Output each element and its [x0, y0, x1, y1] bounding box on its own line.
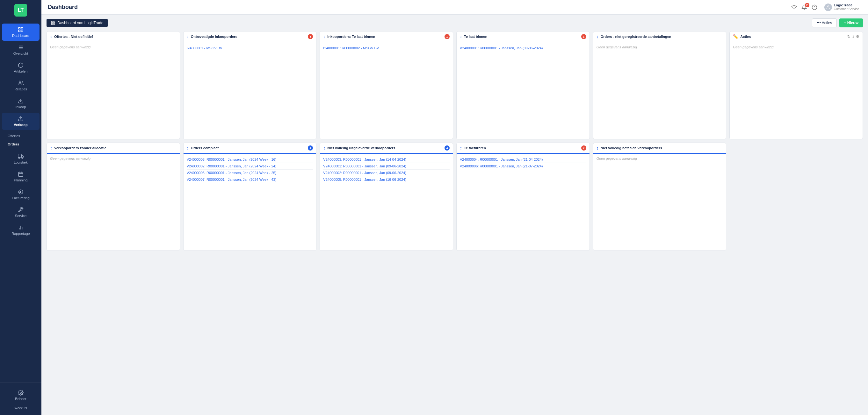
svg-point-13 [22, 157, 23, 159]
svg-rect-2 [19, 30, 20, 32]
sidebar-item-artikelen[interactable]: Artikelen [2, 59, 39, 76]
list-item[interactable]: V24000005: R00000001 - Janssen, Jan (16-… [323, 176, 450, 183]
sidebar-item-service[interactable]: Service [2, 204, 39, 221]
dashboard-name-label: Dashboard van LogicTrade [57, 21, 103, 25]
list-item[interactable]: V24000007: R00000001 - Janssen, Jan (202… [187, 176, 313, 183]
refresh-icon[interactable]: ↻ [847, 34, 850, 39]
card-title: Te factureren [464, 146, 579, 150]
sidebar-item-planning[interactable]: Planning [2, 168, 39, 185]
card-header: ↕ Orders - niet geregistreerde aanbetali… [593, 32, 726, 42]
card-niet-volledig-betaalde-verkooporders: ↕ Niet volledig betaalde verkooporders G… [593, 143, 726, 251]
card-verkooporders-zonder-allocatie: ↕ Verkooporders zonder allocatie Geen ge… [46, 143, 180, 251]
list-item[interactable]: I24000001: R00000002 - MSGV BV [323, 45, 450, 51]
notifications-btn[interactable]: 2 [801, 4, 807, 10]
broadcast-icon [791, 4, 797, 10]
alert-btn[interactable] [812, 4, 817, 10]
card-badge: 4 [444, 145, 450, 150]
card-header: ↕ Onbevestigde inkooporders 1 [184, 32, 316, 42]
card-header: ✏️ Acties ↻ ℹ ⚙ [730, 32, 863, 42]
download-icon [18, 98, 24, 104]
list-item[interactable]: V24000002: R00000001 - Janssen, Jan (202… [187, 163, 313, 170]
svg-rect-31 [54, 21, 55, 23]
card-title: Inkooporders: Te laat binnen [327, 35, 443, 38]
user-menu[interactable]: LogicTrade Customer Service [822, 2, 862, 12]
sidebar-item-logistiek[interactable]: Logistiek [2, 150, 39, 167]
dashboard-name-btn[interactable]: Dashboard van LogicTrade [46, 19, 108, 27]
list-item[interactable]: V24000004: R00000001 - Janssen, Jan (21-… [460, 156, 586, 163]
list-item[interactable]: V24000001: R00000001 - Janssen, Jan (09-… [323, 163, 450, 170]
list-item[interactable]: V24000002: R00000001 - Janssen, Jan (09-… [323, 170, 450, 176]
sidebar-item-label: Logistiek [14, 161, 27, 164]
calendar-icon [18, 171, 24, 177]
list-item[interactable]: V24000001: R00000001 - Janssen, Jan (09-… [460, 45, 586, 51]
empty-text: Geen gegevens aanwezig [733, 45, 773, 49]
card-header: ↕ Orders compleet 4 [184, 143, 316, 154]
list-item[interactable]: V24000005: R00000001 - Janssen, Jan (202… [187, 170, 313, 176]
card-title: Niet volledig betaalde verkooporders [601, 146, 723, 150]
sidebar-item-rapportage[interactable]: Rapportage [2, 221, 39, 239]
sidebar-item-facturering[interactable]: Facturering [2, 186, 39, 203]
sidebar-item-dashboard[interactable]: Dashboard [2, 24, 39, 41]
euro-icon [18, 189, 24, 195]
week-label: Week 29 [2, 405, 39, 412]
card-body: I24000001 - MSGV BV [184, 42, 316, 139]
sidebar-sub-item-orders[interactable]: Orders [0, 140, 41, 148]
card-orders-compleet: ↕ Orders compleet 4 V24000003: R00000001… [183, 143, 317, 251]
card-title: Offertes - Niet definitief [54, 35, 177, 38]
sort-icon: ↕ [460, 34, 462, 39]
gear-icon[interactable]: ⚙ [856, 34, 859, 39]
wrench-icon [18, 207, 24, 213]
card-badge: 1 [308, 34, 313, 39]
user-info: LogicTrade Customer Service [834, 3, 859, 11]
svg-rect-33 [54, 23, 55, 25]
card-body: V24000003: R00000001 - Janssen, Jan (202… [184, 154, 316, 250]
sidebar-item-relaties[interactable]: Relaties [2, 77, 39, 94]
empty-text: Geen gegevens aanwezig [50, 45, 91, 49]
topbar-icons: 2 LogicTrade Customer Service [791, 2, 862, 12]
dashboard-row-2: ↕ Verkooporders zonder allocatie Geen ge… [46, 143, 863, 251]
settings-icon [18, 390, 24, 395]
sidebar-item-beheer[interactable]: Beheer [4, 387, 38, 404]
dashboard-header: Dashboard van LogicTrade ••• Acties + Ni… [46, 19, 863, 27]
svg-point-29 [827, 5, 829, 7]
card-title: Verkooporders zonder allocatie [54, 146, 177, 150]
sidebar-nav: Dashboard Overzicht Artikelen Relaties I… [0, 21, 41, 383]
list-item[interactable]: I24000001 - MSGV BV [187, 45, 313, 51]
sidebar-item-label: Facturering [12, 196, 30, 200]
sidebar-item-inkoop[interactable]: Inkoop [2, 95, 39, 112]
sidebar-item-label: Rapportage [11, 232, 30, 236]
sidebar-item-overzicht[interactable]: Overzicht [2, 41, 39, 59]
nieuw-button[interactable]: + Nieuw [839, 19, 863, 27]
card-title: Orders compleet [191, 146, 306, 150]
main-content: Dashboard 2 LogicTrade Customer Service [41, 0, 868, 415]
acties-label: ••• Acties [817, 21, 832, 25]
sidebar-bottom: Beheer Week 29 [0, 383, 41, 415]
dashboard-icon [51, 21, 56, 25]
card-body: Geen gegevens aanwezig [730, 42, 863, 139]
empty-text: Geen gegevens aanwezig [596, 157, 637, 161]
sidebar-item-verkoop[interactable]: Verkoop [2, 113, 39, 130]
card-te-factureren: ↕ Te factureren 2 V24000004: R00000001 -… [456, 143, 590, 251]
sidebar-item-label: Planning [14, 178, 28, 182]
topbar: Dashboard 2 LogicTrade Customer Service [41, 0, 868, 14]
list-item[interactable]: V24000006: R00000001 - Janssen, Jan (21-… [460, 163, 586, 169]
card-onbevestigde-inkooporders: ↕ Onbevestigde inkooporders 1 I24000001 … [183, 31, 317, 139]
sidebar-item-label: Verkoop [14, 123, 27, 127]
empty-text: Geen gegevens aanwezig [50, 157, 91, 161]
card-title: Orders - niet geregistreerde aanbetaling… [601, 35, 723, 38]
card-badge: 2 [581, 145, 586, 150]
sidebar-sub-verkoop: Offertes Orders [0, 131, 41, 149]
list-item[interactable]: V24000003: R00000001 - Janssen, Jan (202… [187, 156, 313, 163]
info-icon[interactable]: ℹ [852, 34, 854, 39]
sidebar-sub-item-offertes[interactable]: Offertes [0, 132, 41, 140]
dashboard-actions: ••• Acties + Nieuw [812, 19, 863, 27]
sort-icon: ↕ [460, 145, 462, 150]
card-body: I24000001: R00000002 - MSGV BV [320, 42, 453, 139]
sidebar-item-label: Beheer [15, 397, 26, 401]
nieuw-label: + Nieuw [844, 21, 859, 25]
acties-button[interactable]: ••• Acties [812, 19, 837, 27]
broadcast-icon-btn[interactable] [791, 4, 797, 10]
svg-rect-32 [52, 23, 53, 25]
card-niet-volledig-uitgeleverde-verkooporders: ↕ Niet volledig uitgeleverde verkooporde… [320, 143, 453, 251]
list-item[interactable]: V24000003: R00000001 - Janssen, Jan (14-… [323, 156, 450, 163]
